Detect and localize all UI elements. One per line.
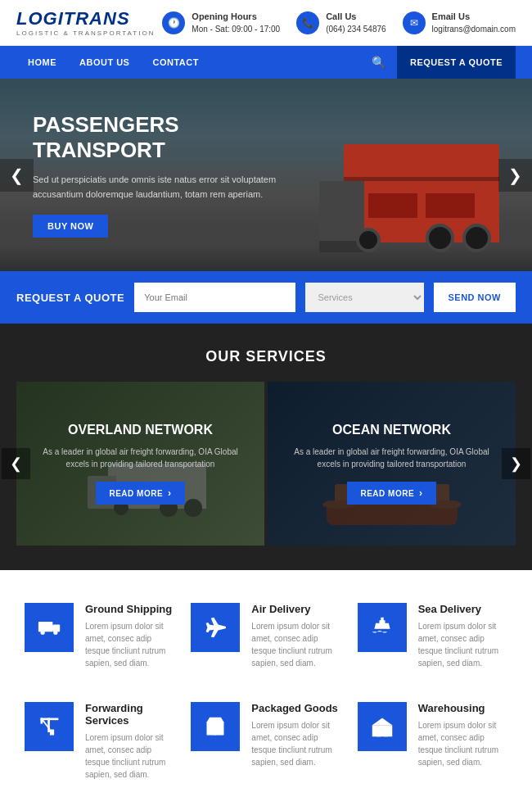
feature-warehousing: Warehousing Lorem ipsum dolor sit amet, … bbox=[358, 702, 507, 781]
ship-icon bbox=[371, 616, 394, 639]
svg-rect-18 bbox=[376, 730, 381, 737]
service-card-title-2: OCEAN NETWORK bbox=[332, 423, 451, 437]
feature-desc-forwarding: Lorem ipsum dolor sit amet, consec adip … bbox=[85, 731, 174, 781]
svg-rect-4 bbox=[52, 625, 61, 630]
quote-services-select[interactable]: Services Ground Shipping Air Delivery Se… bbox=[305, 283, 424, 312]
feature-title-ground: Ground Shipping bbox=[85, 603, 174, 615]
feature-ground-shipping: Ground Shipping Lorem ipsum dolor sit am… bbox=[25, 603, 174, 669]
service-card-btn-2[interactable]: READ MORE › bbox=[347, 482, 435, 505]
hero-section: ❮ PASSENGERS TRANSPORT Sed ut perspiciat… bbox=[0, 79, 532, 271]
feature-desc-packaged: Lorem ipsum dolor sit amet, consec adip … bbox=[251, 719, 340, 768]
main-nav: HOME ABOUT US CONTACT 🔍 REQUEST A QUOTE bbox=[0, 46, 532, 79]
header-email: ✉ Email Us logitrans@domain.com bbox=[403, 10, 516, 36]
feature-packaged: Packaged Goods Lorem ipsum dolor sit ame… bbox=[191, 702, 340, 781]
logo-name: LOGITRANS bbox=[16, 8, 155, 29]
hero-title: PASSENGERS TRANSPORT bbox=[33, 112, 295, 163]
service-card-ocean: OCEAN NETWORK As a leader in global air … bbox=[268, 382, 516, 546]
svg-rect-12 bbox=[52, 731, 54, 734]
hero-prev-button[interactable]: ❮ bbox=[0, 159, 34, 192]
hero-text: Sed ut perspiciatis unde omnis iste natu… bbox=[33, 173, 295, 202]
quote-send-button[interactable]: SEND NOW bbox=[434, 283, 516, 312]
phone-icon: 📞 bbox=[296, 11, 319, 34]
service-card-title-1: OVERLAND NETWORK bbox=[68, 423, 213, 437]
feature-title-packaged: Packaged Goods bbox=[251, 702, 340, 714]
svg-rect-19 bbox=[383, 730, 387, 737]
service-card-text-1: As a leader in global air freight forwar… bbox=[33, 446, 248, 470]
feature-title-sea: Sea Delivery bbox=[418, 603, 507, 615]
chevron-right-icon-2: › bbox=[419, 487, 423, 499]
services-section: OUR SERVICES ❮ OVERLAND NETWO bbox=[0, 324, 532, 570]
forwarding-icon bbox=[25, 702, 74, 751]
feature-desc-sea: Lorem ipsum dolor sit amet, consec adip … bbox=[418, 620, 507, 669]
service-card-content-2: OCEAN NETWORK As a leader in global air … bbox=[268, 382, 516, 546]
feature-sea-delivery: Sea Delivery Lorem ipsum dolor sit amet,… bbox=[358, 603, 507, 669]
logo: LOGITRANS LOGISTIC & TRANSPORTATION bbox=[16, 8, 155, 37]
svg-rect-6 bbox=[381, 618, 384, 622]
ground-shipping-icon bbox=[25, 603, 74, 652]
phone-text: Call Us (064) 234 54876 bbox=[326, 10, 385, 36]
services-grid: OVERLAND NETWORK As a leader in global a… bbox=[16, 382, 516, 546]
email-text: Email Us logitrans@domain.com bbox=[432, 10, 516, 36]
nav-home[interactable]: HOME bbox=[16, 46, 68, 79]
feature-text-air: Air Delivery Lorem ipsum dolor sit amet,… bbox=[251, 603, 340, 669]
box-icon bbox=[204, 715, 227, 738]
feature-title-warehousing: Warehousing bbox=[418, 702, 507, 714]
warehousing-icon bbox=[358, 702, 407, 751]
feature-air-delivery: Air Delivery Lorem ipsum dolor sit amet,… bbox=[191, 603, 340, 669]
feature-forwarding: Forwarding Services Lorem ipsum dolor si… bbox=[25, 702, 174, 781]
clock-icon: 🕐 bbox=[162, 11, 185, 34]
quote-email-input[interactable] bbox=[134, 283, 295, 312]
email-icon: ✉ bbox=[403, 11, 426, 34]
hours-text: Opening Hours Mon - Sat: 09:00 - 17:00 bbox=[192, 10, 280, 36]
nav-about[interactable]: ABOUT US bbox=[68, 46, 141, 79]
truck-icon bbox=[38, 616, 61, 639]
feature-text-sea: Sea Delivery Lorem ipsum dolor sit amet,… bbox=[418, 603, 507, 669]
feature-title-forwarding: Forwarding Services bbox=[85, 702, 174, 727]
svg-rect-20 bbox=[373, 727, 376, 730]
service-card-text-2: As a leader in global air freight forwar… bbox=[284, 446, 499, 470]
svg-point-3 bbox=[53, 631, 57, 635]
service-card-overland: OVERLAND NETWORK As a leader in global a… bbox=[16, 382, 264, 546]
feature-text-warehousing: Warehousing Lorem ipsum dolor sit amet, … bbox=[418, 702, 507, 768]
site-header: LOGITRANS LOGISTIC & TRANSPORTATION 🕐 Op… bbox=[0, 0, 532, 46]
hero-cta-button[interactable]: BUY NOW bbox=[33, 215, 108, 238]
crane-icon bbox=[38, 715, 61, 738]
quote-bar: REQUEST A QUOTE Services Ground Shipping… bbox=[0, 271, 532, 324]
packaged-icon bbox=[191, 702, 240, 751]
feature-text-forwarding: Forwarding Services Lorem ipsum dolor si… bbox=[85, 702, 174, 781]
warehouse-icon bbox=[371, 715, 394, 738]
feature-desc-ground: Lorem ipsum dolor sit amet, consec adip … bbox=[85, 620, 174, 669]
hero-truck-image bbox=[303, 128, 499, 259]
svg-point-2 bbox=[41, 631, 45, 635]
plane-icon bbox=[204, 616, 227, 639]
feature-text-ground: Ground Shipping Lorem ipsum dolor sit am… bbox=[85, 603, 174, 669]
chevron-right-icon: › bbox=[168, 487, 172, 499]
svg-rect-16 bbox=[212, 725, 219, 727]
feature-title-air: Air Delivery bbox=[251, 603, 340, 615]
services-prev-button[interactable]: ❮ bbox=[2, 448, 30, 479]
svg-rect-21 bbox=[387, 727, 390, 730]
hero-content: PASSENGERS TRANSPORT Sed ut perspiciatis… bbox=[0, 88, 327, 263]
services-carousel: ❮ OVERLAND NETWORK As a le bbox=[16, 382, 516, 546]
nav-items: HOME ABOUT US CONTACT bbox=[16, 46, 360, 79]
nav-contact[interactable]: CONTACT bbox=[141, 46, 210, 79]
nav-quote-button[interactable]: REQUEST A QUOTE bbox=[397, 46, 516, 79]
svg-rect-0 bbox=[38, 622, 53, 632]
service-card-btn-1[interactable]: READ MORE › bbox=[96, 482, 184, 505]
hero-next-button[interactable]: ❯ bbox=[498, 159, 532, 192]
sea-delivery-icon bbox=[358, 603, 407, 652]
service-card-content-1: OVERLAND NETWORK As a leader in global a… bbox=[16, 382, 264, 546]
header-phone: 📞 Call Us (064) 234 54876 bbox=[296, 10, 385, 36]
feature-desc-warehousing: Lorem ipsum dolor sit amet, consec adip … bbox=[418, 719, 507, 768]
header-hours: 🕐 Opening Hours Mon - Sat: 09:00 - 17:00 bbox=[162, 10, 280, 36]
features-grid: Ground Shipping Lorem ipsum dolor sit am… bbox=[25, 603, 507, 788]
logo-tagline: LOGISTIC & TRANSPORTATION bbox=[16, 29, 155, 37]
services-title: OUR SERVICES bbox=[16, 348, 516, 365]
services-next-button[interactable]: ❯ bbox=[502, 448, 530, 479]
quote-bar-label: REQUEST A QUOTE bbox=[16, 292, 124, 304]
header-info: 🕐 Opening Hours Mon - Sat: 09:00 - 17:00… bbox=[162, 10, 516, 36]
feature-desc-air: Lorem ipsum dolor sit amet, consec adip … bbox=[251, 620, 340, 669]
features-section: Ground Shipping Lorem ipsum dolor sit am… bbox=[0, 570, 532, 788]
feature-text-packaged: Packaged Goods Lorem ipsum dolor sit ame… bbox=[251, 702, 340, 768]
search-icon[interactable]: 🔍 bbox=[360, 56, 397, 69]
